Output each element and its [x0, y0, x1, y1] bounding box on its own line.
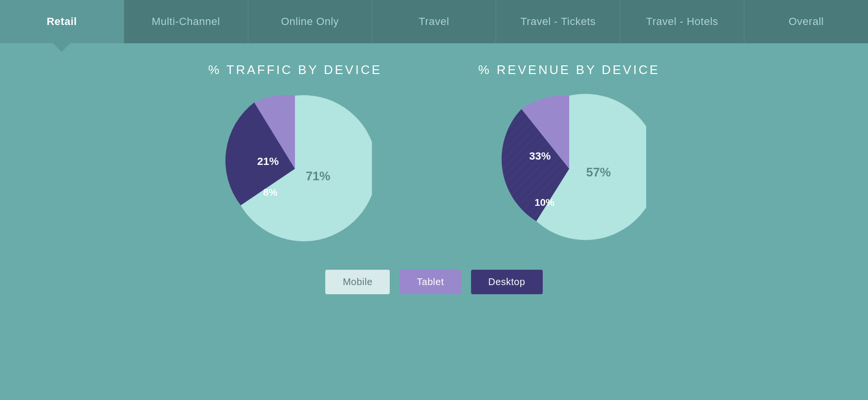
- traffic-chart-title: % TRAFFIC BY DEVICE: [208, 62, 382, 77]
- revenue-desktop-label: 57%: [586, 165, 611, 179]
- tab-online-only[interactable]: Online Only: [248, 0, 372, 43]
- traffic-pie-wrapper: 71% 21% 8%: [218, 92, 372, 246]
- tab-travel[interactable]: Travel: [372, 0, 497, 43]
- revenue-chart-container: % REVENUE BY DEVICE: [478, 62, 660, 246]
- revenue-chart-title: % REVENUE BY DEVICE: [478, 62, 660, 77]
- desktop-legend-button[interactable]: Desktop: [471, 270, 543, 294]
- traffic-mobile-label: 21%: [257, 155, 279, 167]
- revenue-pie-wrapper: 57% 33% 10%: [492, 92, 646, 246]
- revenue-pie-svg: 57% 33% 10%: [492, 92, 646, 246]
- traffic-tablet-label: 8%: [263, 187, 278, 198]
- tab-travel-hotels[interactable]: Travel - Hotels: [620, 0, 744, 43]
- main-content: % TRAFFIC BY DEVICE: [0, 43, 868, 294]
- legend-row: Mobile Tablet Desktop: [325, 270, 542, 294]
- mobile-legend-button[interactable]: Mobile: [325, 270, 390, 294]
- charts-row: % TRAFFIC BY DEVICE: [0, 62, 868, 246]
- tab-overall[interactable]: Overall: [744, 0, 868, 43]
- tab-multi-channel[interactable]: Multi-Channel: [124, 0, 248, 43]
- traffic-chart-container: % TRAFFIC BY DEVICE: [208, 62, 382, 246]
- tablet-legend-button[interactable]: Tablet: [399, 270, 461, 294]
- traffic-pie-svg: 71% 21% 8%: [218, 92, 372, 246]
- traffic-desktop-label: 71%: [306, 169, 331, 183]
- tab-travel-tickets[interactable]: Travel - Tickets: [496, 0, 620, 43]
- tab-retail[interactable]: Retail: [0, 0, 124, 43]
- revenue-tablet-label: 10%: [535, 197, 555, 208]
- revenue-mobile-label: 33%: [529, 150, 550, 162]
- tab-bar: Retail Multi-Channel Online Only Travel …: [0, 0, 868, 43]
